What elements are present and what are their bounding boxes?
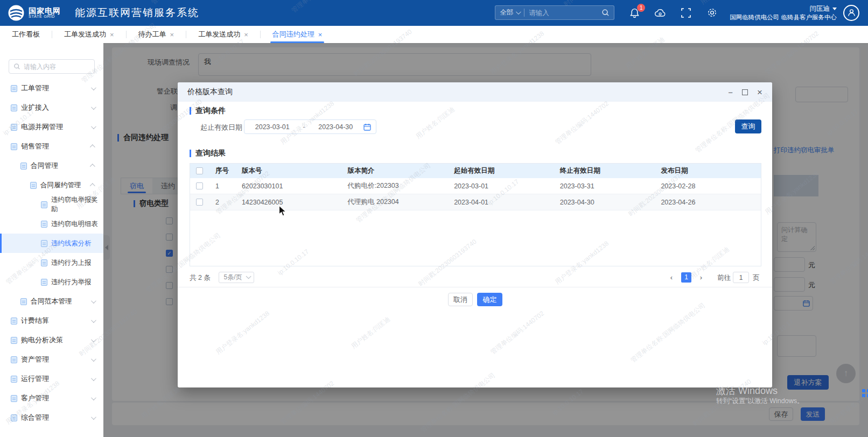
tab-workorder-sent-2[interactable]: 工单发送成功× <box>186 26 260 43</box>
user-block[interactable]: 闫匡迪 国网临猗供电公司 临猗县客户服务中心 <box>730 4 837 22</box>
windows-activate-hint: 转到“设置”以激活 Windows。 <box>716 397 804 406</box>
sidebar-item-expansion[interactable]: 业扩接入 <box>0 98 103 117</box>
table-row[interactable]: 1 62023030101 代购电价:202303 2023-03-01 202… <box>190 178 761 194</box>
date-range-input[interactable]: 2023-03-01 - 2023-04-30 <box>244 119 376 134</box>
sidebar-item-contract-performance[interactable]: 合同履约管理 <box>0 175 103 195</box>
sidebar-item-contract-template[interactable]: 合同范本管理 <box>0 292 103 311</box>
page-tabbar: 工作看板 工单发送成功× 待办工单× 工单发送成功× 合同违约处理× <box>0 26 868 43</box>
sidebar-item-general-mgmt[interactable]: 综合管理 <box>0 408 103 427</box>
prev-page-button[interactable]: ‹ <box>667 272 676 283</box>
date-start[interactable]: 2023-03-01 <box>244 123 300 131</box>
chevron-up-icon <box>90 144 95 150</box>
sidebar-item-breach-clue-analysis[interactable]: 违约线索分析 <box>0 234 103 253</box>
cloud-button[interactable] <box>654 7 666 19</box>
results-table: 序号 版本号 版本简介 起始有效日期 终止有效日期 发布日期 1 6202303… <box>190 163 761 266</box>
cancel-button[interactable]: 取消 <box>448 293 473 306</box>
chevron-down-icon <box>91 376 96 381</box>
chevron-up-icon <box>90 164 95 169</box>
tab-workorder-sent-1[interactable]: 工单发送成功× <box>52 26 126 43</box>
tab-todo-orders[interactable]: 待办工单× <box>127 26 186 43</box>
avatar[interactable] <box>843 5 859 21</box>
search-scope-select[interactable]: 全部 <box>500 8 513 17</box>
brand: 国家电网 STATE GRID <box>8 4 61 22</box>
app-title: 能源互联网营销服务系统 <box>75 6 199 20</box>
row-checkbox[interactable] <box>196 199 203 206</box>
chevron-down-icon <box>91 318 96 323</box>
close-icon[interactable]: × <box>170 31 174 39</box>
date-end[interactable]: 2023-04-30 <box>308 123 364 131</box>
settings-button[interactable] <box>706 7 718 19</box>
search-icon[interactable] <box>601 9 610 17</box>
sidebar-item-customer-mgmt[interactable]: 客户管理 <box>0 389 103 408</box>
sidebar: 工单管理 业扩接入 电源并网管理 销售管理 合同管理 合同履约管理 违约窃电举报… <box>0 43 103 437</box>
fullscreen-icon <box>681 8 691 18</box>
floating-widget[interactable] <box>862 389 868 397</box>
user-name: 闫匡迪 <box>810 4 830 13</box>
close-icon[interactable]: × <box>757 88 762 97</box>
query-button[interactable]: 查询 <box>735 119 761 133</box>
chevron-down-icon <box>246 273 251 279</box>
close-icon[interactable]: × <box>318 31 323 39</box>
chevron-down-icon <box>91 124 96 129</box>
close-icon[interactable]: × <box>244 31 248 39</box>
chevron-down-icon <box>91 104 96 110</box>
sidebar-item-breach-tipoff[interactable]: 违约行为举报 <box>0 272 103 292</box>
page-size-select[interactable]: 5条/页 <box>219 272 254 283</box>
state-grid-logo <box>8 4 25 22</box>
calendar-icon <box>363 123 371 131</box>
cloud-icon <box>654 8 666 18</box>
page-unit-label: 页 <box>753 273 760 283</box>
windows-activate-watermark: 激活 Windows <box>716 384 778 397</box>
sidebar-search-input[interactable] <box>24 63 90 71</box>
tab-contract-breach[interactable]: 合同违约处理× <box>261 26 334 43</box>
dialog-title: 价格版本查询 <box>187 87 233 97</box>
confirm-button[interactable]: 确定 <box>477 293 502 306</box>
close-icon[interactable]: × <box>110 31 114 39</box>
table-row[interactable]: 2 14230426005 代理购电 202304 2023-04-01 202… <box>190 194 761 210</box>
sidebar-item-theft-detail-table[interactable]: 违约窃电明细表 <box>0 214 103 234</box>
user-caret-icon <box>832 8 837 10</box>
table-header-row: 序号 版本号 版本简介 起始有效日期 终止有效日期 发布日期 <box>190 164 761 178</box>
sidebar-item-billing[interactable]: 计费结算 <box>0 311 103 330</box>
goto-page-input[interactable] <box>733 272 749 283</box>
row-checkbox[interactable] <box>196 182 203 189</box>
app-header: 国家电网 STATE GRID 能源互联网营销服务系统 全部 1 闫匡迪 国网临… <box>0 0 868 26</box>
sidebar-item-theft-report-reward[interactable]: 违约窃电举报奖励 <box>0 195 103 214</box>
select-all-checkbox[interactable] <box>196 167 203 174</box>
global-search[interactable]: 全部 <box>495 5 614 20</box>
sidebar-search[interactable] <box>9 59 95 74</box>
chevron-down-icon <box>91 395 96 400</box>
search-icon <box>13 63 20 70</box>
brand-en: STATE GRID <box>29 15 61 19</box>
chevron-up-icon <box>90 183 95 188</box>
chevron-down-icon <box>91 337 96 342</box>
goto-label: 前往 <box>717 273 731 283</box>
sidebar-item-operation-mgmt[interactable]: 运行管理 <box>0 369 103 389</box>
tab-workboard[interactable]: 工作看板 <box>0 26 52 43</box>
sidebar-item-sales-mgmt[interactable]: 销售管理 <box>0 137 103 156</box>
sidebar-item-contract-mgmt[interactable]: 合同管理 <box>0 156 103 175</box>
doc-icon <box>11 85 17 92</box>
maximize-icon[interactable] <box>742 89 748 95</box>
notification-bell[interactable]: 1 <box>628 7 640 19</box>
price-version-query-dialog: 价格版本查询 − × 查询条件 起止有效日期 2023-03-01 - 2023… <box>178 82 772 387</box>
chevron-down-icon <box>91 356 96 362</box>
chevron-down-icon <box>91 85 96 90</box>
sidebar-item-work-order[interactable]: 工单管理 <box>0 79 103 98</box>
brand-cn: 国家电网 <box>29 7 61 15</box>
page-1-button[interactable]: 1 <box>681 272 691 283</box>
sidebar-item-breach-report-up[interactable]: 违约行为上报 <box>0 253 103 272</box>
query-results-section: 查询结果 <box>190 149 226 158</box>
sidebar-menu: 工单管理 业扩接入 电源并网管理 销售管理 合同管理 合同履约管理 违约窃电举报… <box>0 79 103 427</box>
pagination-total: 共 2 条 <box>190 273 211 283</box>
sidebar-item-purchase-analysis[interactable]: 购电分析决策 <box>0 330 103 350</box>
sidebar-item-grid-connection[interactable]: 电源并网管理 <box>0 117 103 137</box>
next-page-button[interactable]: › <box>696 272 706 283</box>
notification-badge: 1 <box>637 4 645 12</box>
fullscreen-button[interactable] <box>680 7 692 19</box>
user-icon <box>847 8 856 17</box>
minimize-icon[interactable]: − <box>728 88 733 96</box>
chevron-down-icon <box>91 414 96 420</box>
sidebar-item-asset-mgmt[interactable]: 资产管理 <box>0 350 103 369</box>
global-search-input[interactable] <box>529 9 601 17</box>
